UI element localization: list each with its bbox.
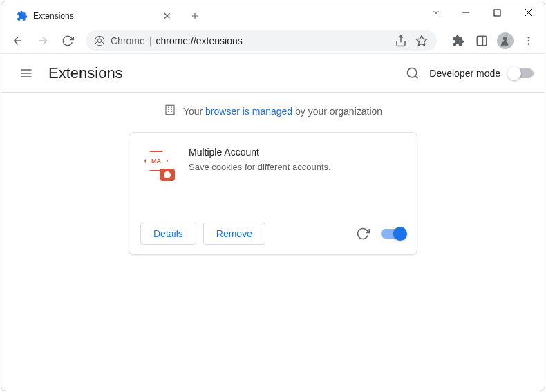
extensions-header: Extensions Developer mode: [1, 54, 545, 93]
extension-name: Multiple Account: [189, 147, 403, 158]
svg-point-24: [408, 68, 417, 77]
developer-mode-label: Developer mode: [429, 68, 500, 79]
titlebar: Extensions ✕: [1, 1, 545, 28]
content-area: Your browser is managed by your organiza…: [1, 93, 545, 391]
details-button[interactable]: Details: [140, 223, 196, 245]
extension-description: Save cookies for different accounts.: [189, 162, 403, 172]
svg-marker-14: [417, 35, 427, 45]
omnibox-divider: |: [149, 35, 152, 46]
svg-point-19: [528, 39, 530, 41]
card-actions: Details Remove: [129, 216, 417, 254]
svg-point-20: [528, 43, 530, 45]
secure-label: Chrome: [111, 35, 145, 46]
svg-rect-15: [477, 36, 487, 46]
chrome-icon: [94, 35, 105, 46]
avatar-icon: [497, 32, 514, 49]
svg-point-18: [528, 37, 530, 39]
browser-window: Extensions ✕ Chrome | chrome://extension…: [1, 1, 545, 391]
remove-button[interactable]: Remove: [203, 223, 265, 245]
reload-button[interactable]: [57, 30, 79, 52]
url-text: chrome://extensions: [156, 35, 394, 46]
sidepanel-icon[interactable]: [471, 30, 492, 51]
svg-line-25: [415, 75, 418, 78]
developer-mode-toggle[interactable]: [509, 68, 534, 78]
managed-link[interactable]: browser is managed: [205, 106, 292, 117]
back-button[interactable]: [7, 30, 29, 52]
minimize-button[interactable]: [449, 1, 481, 24]
extension-enable-toggle[interactable]: [381, 229, 406, 239]
window-controls: [423, 1, 545, 24]
profile-avatar[interactable]: [495, 30, 516, 51]
hamburger-menu[interactable]: [12, 59, 40, 87]
toolbar-icons: [448, 30, 539, 51]
extension-card: MA Multiple Account Save cookies for dif…: [129, 132, 417, 255]
tab-close-button[interactable]: ✕: [162, 10, 173, 21]
extension-info: Multiple Account Save cookies for differ…: [189, 147, 403, 209]
svg-point-17: [503, 37, 507, 41]
bookmark-icon[interactable]: [415, 34, 429, 48]
extensions-icon[interactable]: [448, 30, 469, 51]
managed-banner: Your browser is managed by your organiza…: [1, 93, 545, 132]
page-title: Extensions: [48, 64, 399, 82]
svg-point-9: [97, 39, 101, 42]
extension-icon: MA: [143, 147, 176, 180]
svg-rect-26: [166, 105, 174, 115]
svg-line-11: [95, 41, 97, 43]
new-tab-button[interactable]: [185, 6, 205, 26]
card-body: MA Multiple Account Save cookies for dif…: [129, 133, 417, 216]
share-icon[interactable]: [394, 34, 408, 48]
omnibox[interactable]: Chrome | chrome://extensions: [86, 30, 437, 51]
camera-icon: [160, 169, 175, 181]
search-button[interactable]: [399, 59, 426, 87]
address-bar: Chrome | chrome://extensions: [1, 28, 545, 54]
browser-tab[interactable]: Extensions ✕: [8, 4, 180, 28]
forward-button[interactable]: [32, 30, 54, 52]
svg-line-12: [101, 41, 103, 43]
omnibox-actions: [394, 34, 429, 48]
kebab-menu[interactable]: [518, 30, 539, 51]
close-window-button[interactable]: [513, 1, 545, 24]
tab-title: Extensions: [33, 11, 162, 21]
building-icon: [164, 104, 176, 118]
puzzle-icon: [17, 10, 28, 21]
svg-rect-3: [494, 10, 500, 16]
toggle-knob: [507, 66, 521, 80]
managed-text: Your browser is managed by your organiza…: [183, 106, 382, 117]
extension-reload-button[interactable]: [352, 223, 374, 245]
tab-search-button[interactable]: [423, 1, 449, 24]
maximize-button[interactable]: [481, 1, 513, 24]
toggle-knob: [393, 227, 407, 241]
